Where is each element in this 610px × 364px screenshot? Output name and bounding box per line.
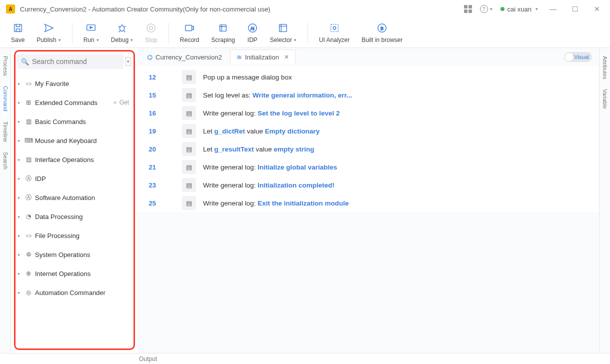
caret-icon: ▸ <box>18 214 22 219</box>
tree-item[interactable]: ▸ ▭ My Favorite <box>15 74 133 93</box>
tree-item-label: Internet Operations <box>35 270 90 278</box>
code-row[interactable]: 25 ▤ Write general log: Exit the initial… <box>137 194 599 212</box>
tree-item-label: Basic Commands <box>35 118 86 126</box>
stop-button: Stop <box>145 22 158 44</box>
close-button[interactable]: ✕ <box>590 5 604 13</box>
row-icon: ▤ <box>182 124 196 138</box>
line-number: 21 <box>137 164 162 171</box>
category-icon: ⊞ <box>25 99 32 106</box>
tree-item-label: My Favorite <box>35 80 69 88</box>
rail-tab-command[interactable]: Command <box>2 81 8 116</box>
main-area: Process Command Timeline Search 🔍 ▾ ▸ ▭ … <box>0 48 610 353</box>
tree-item[interactable]: ▸ ⚙ System Operations <box>15 245 133 264</box>
caret-icon: ▸ <box>18 195 22 200</box>
category-icon: ▭ <box>25 232 32 239</box>
search-input[interactable] <box>32 58 120 66</box>
svg-rect-7 <box>220 24 226 31</box>
line-number: 16 <box>137 110 162 117</box>
tab-currency-conversion[interactable]: ⌬ Currency_Conversion2 <box>141 50 228 64</box>
line-number: 25 <box>137 200 162 207</box>
tree-item[interactable]: ▸ ◎ Automation Commander <box>15 283 133 302</box>
record-button[interactable]: Record <box>180 22 200 44</box>
svg-rect-10 <box>280 24 287 32</box>
run-button[interactable]: Run▾ <box>84 22 99 44</box>
svg-text:AI: AI <box>250 26 254 30</box>
scraping-button[interactable]: Scraping <box>211 22 234 44</box>
row-text: Write general log: Initialization comple… <box>203 182 334 189</box>
code-row[interactable]: 12 ▤ Pop up a message dialog box <box>137 68 599 86</box>
tree-item-label: Interface Operations <box>35 156 94 164</box>
code-rows: 12 ▤ Pop up a message dialog box15 ▤ Set… <box>137 66 599 212</box>
svg-point-12 <box>333 26 336 30</box>
visual-toggle[interactable]: Visual <box>564 52 592 62</box>
search-icon: 🔍 <box>21 58 29 66</box>
tree-item-label: IDP <box>35 175 46 182</box>
right-rail: Attributes Variable <box>599 48 610 353</box>
caret-icon: ▸ <box>18 290 22 295</box>
rail-tab-search[interactable]: Search <box>2 147 8 174</box>
ui-analyzer-button[interactable]: UI Analyzer <box>319 22 350 44</box>
help-button[interactable]: ? ▾ <box>480 5 492 13</box>
row-icon: ▤ <box>182 160 196 174</box>
debug-button[interactable]: Debug▾ <box>111 22 133 44</box>
status-dot-icon <box>500 7 504 11</box>
chevron-down-icon: ▾ <box>536 6 538 12</box>
line-number: 20 <box>137 146 162 153</box>
tree-item-label: Software Automation <box>35 194 95 202</box>
tree-item[interactable]: ▸ ▤ Interface Operations <box>15 150 133 169</box>
save-button[interactable]: Save <box>11 22 24 44</box>
minimize-button[interactable]: — <box>546 5 560 13</box>
row-icon: ▤ <box>182 178 196 192</box>
svg-rect-6 <box>186 25 192 30</box>
rail-tab-variable[interactable]: Variable <box>602 84 608 114</box>
tree-item-label: File Processing <box>35 232 80 240</box>
command-panel: 🔍 ▾ ▸ ▭ My Favorite▸ ⊞ Extended Commands… <box>11 48 137 353</box>
selector-icon <box>278 22 288 34</box>
tab-initialization[interactable]: ≋ Initialization ✕ <box>230 50 296 64</box>
tree-item[interactable]: ▸ ⌨ Mouse and Keyboard <box>15 131 133 150</box>
svg-rect-1 <box>16 28 20 32</box>
rail-tab-attributes[interactable]: Attributes <box>602 51 608 84</box>
row-text: Write general log: Set the log level to … <box>203 110 340 117</box>
user-menu[interactable]: cai xuan ▾ <box>500 6 538 13</box>
code-row[interactable]: 15 ▤ Set log level as: Write general inf… <box>137 86 599 104</box>
tree-item[interactable]: ▸ Ⓐ Software Automation <box>15 188 133 207</box>
rail-tab-timeline[interactable]: Timeline <box>2 116 8 147</box>
code-row[interactable]: 16 ▤ Write general log: Set the log leve… <box>137 104 599 122</box>
get-button[interactable]: ＋Get <box>112 98 133 107</box>
chevron-down-icon: ▾ <box>490 6 492 12</box>
tree-item[interactable]: ▸ ▥ Basic Commands <box>15 112 133 131</box>
code-row[interactable]: 19 ▤ Let g_dictRet value Empty dictionar… <box>137 122 599 140</box>
idp-button[interactable]: AIIDP <box>247 22 258 44</box>
browser-button[interactable]: BBuilt in browser <box>362 22 402 44</box>
code-row[interactable]: 21 ▤ Write general log: Initialize globa… <box>137 158 599 176</box>
tree-item[interactable]: ▸ ⊞ Extended Commands＋Get <box>15 93 133 112</box>
selector-button[interactable]: Selector▾ <box>270 22 296 44</box>
row-text: Write general log: Exit the initializati… <box>203 200 349 207</box>
expand-panel-button[interactable]: ▾ <box>126 57 131 66</box>
caret-icon: ▸ <box>18 81 22 86</box>
category-icon: ▤ <box>25 156 32 163</box>
publish-button[interactable]: Publish▾ <box>36 22 60 44</box>
tree-item[interactable]: ▸ ⊕ Internet Operations <box>15 264 133 283</box>
tree-item[interactable]: ▸ Ⓐ IDP <box>15 169 133 188</box>
search-box[interactable]: 🔍 <box>17 54 124 69</box>
apps-icon[interactable] <box>464 5 472 13</box>
output-bar[interactable]: Output <box>0 353 610 364</box>
code-row[interactable]: 20 ▤ Let g_resultText value empty string <box>137 140 599 158</box>
rail-tab-process[interactable]: Process <box>2 51 8 81</box>
caret-icon: ▸ <box>18 138 22 143</box>
code-row[interactable]: 23 ▤ Write general log: Initialization c… <box>137 176 599 194</box>
row-text: Set log level as: Write general informat… <box>203 92 352 99</box>
caret-icon: ▸ <box>18 119 22 124</box>
tree-item-label: System Operations <box>35 251 90 258</box>
caret-icon: ▸ <box>18 176 22 181</box>
user-name: cai xuan <box>508 6 532 13</box>
maximize-button[interactable]: ☐ <box>568 5 582 13</box>
close-icon[interactable]: ✕ <box>284 54 289 60</box>
debug-icon <box>116 22 128 34</box>
app-icon: A <box>6 4 15 14</box>
tree-item[interactable]: ▸ ◔ Data Processing <box>15 207 133 226</box>
tree-item[interactable]: ▸ ▭ File Processing <box>15 226 133 245</box>
category-icon: ▥ <box>25 118 32 125</box>
